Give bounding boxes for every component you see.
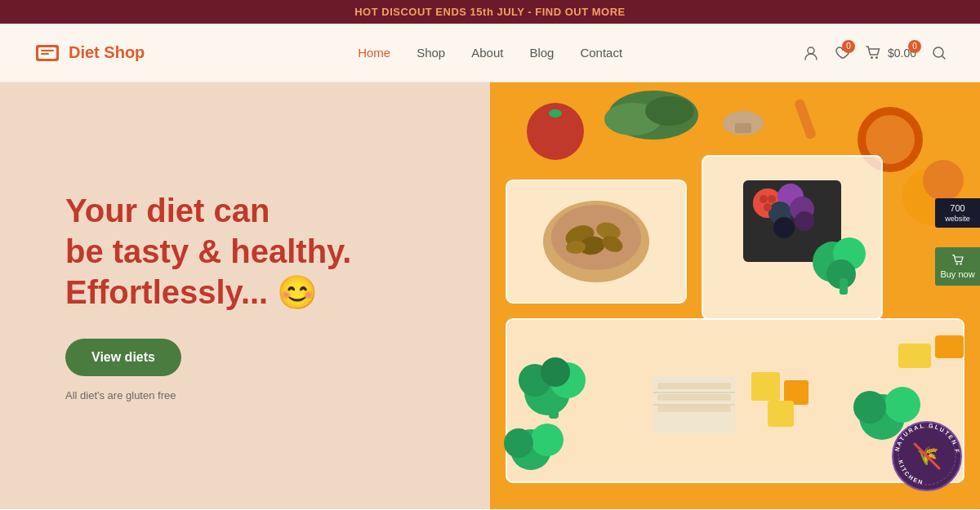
- svg-point-74: [956, 263, 957, 264]
- svg-rect-2: [41, 50, 54, 51]
- svg-point-65: [923, 160, 964, 201]
- svg-point-4: [808, 47, 814, 54]
- svg-rect-3: [41, 53, 49, 55]
- svg-point-62: [884, 387, 920, 423]
- svg-rect-42: [840, 278, 848, 295]
- svg-rect-58: [751, 372, 780, 401]
- svg-rect-54: [657, 394, 731, 401]
- svg-point-50: [531, 424, 564, 456]
- wishlist-button[interactable]: 0: [834, 45, 850, 61]
- svg-rect-55: [657, 406, 731, 412]
- view-diets-button[interactable]: View diets: [65, 339, 181, 376]
- nav-home[interactable]: Home: [358, 46, 390, 60]
- svg-point-38: [764, 203, 772, 211]
- svg-point-10: [549, 109, 562, 118]
- headline-line2: be tasty & healthy.: [65, 233, 351, 269]
- svg-point-36: [760, 195, 768, 203]
- nav-blog[interactable]: Blog: [529, 46, 554, 60]
- cart-icon: [951, 254, 964, 267]
- main-nav: Home Shop About Blog Contact: [358, 46, 622, 60]
- svg-point-6: [875, 56, 878, 59]
- headline-line1: Your diet can: [65, 193, 270, 228]
- widget-700: 700 website: [935, 198, 980, 228]
- nav-about[interactable]: About: [471, 46, 503, 60]
- wishlist-badge: 0: [842, 40, 855, 53]
- widget-buy[interactable]: Buy now: [935, 247, 980, 286]
- svg-rect-67: [935, 335, 964, 358]
- svg-rect-53: [657, 383, 731, 389]
- nav-shop[interactable]: Shop: [416, 46, 445, 60]
- svg-point-37: [768, 195, 776, 203]
- headline-line3: Effortlessly... 😊: [65, 274, 318, 310]
- hero-image: 🌾 NATURAL GLUTEN FREE KITCHEN 700 websit: [490, 82, 980, 509]
- svg-point-47: [541, 357, 570, 387]
- gluten-badge: 🌾 NATURAL GLUTEN FREE KITCHEN: [890, 419, 964, 493]
- svg-point-35: [795, 211, 814, 231]
- account-button[interactable]: [803, 45, 819, 61]
- logo-icon: [33, 38, 62, 68]
- svg-point-51: [504, 428, 533, 458]
- svg-point-13: [645, 96, 694, 126]
- top-banner[interactable]: HOT DISCOUT ENDS 15th JULY - FIND OUT MO…: [0, 0, 980, 24]
- svg-point-34: [773, 217, 795, 238]
- cart-badge: 0: [908, 40, 921, 53]
- nav-contact[interactable]: Contact: [580, 46, 622, 60]
- header-actions: 0 0 $0.00: [803, 45, 947, 61]
- hero-headline: Your diet can be tasty & healthy. Effort…: [65, 190, 441, 313]
- search-button[interactable]: [931, 45, 947, 61]
- svg-rect-48: [549, 401, 559, 419]
- svg-rect-66: [898, 344, 931, 368]
- svg-point-75: [960, 263, 961, 264]
- header: Diet Shop Home Shop About Blog Contact 0: [0, 24, 980, 82]
- hero-left: Your diet can be tasty & healthy. Effort…: [0, 82, 490, 509]
- svg-point-5: [871, 56, 873, 59]
- gluten-free-text: All diet's are gluten free: [65, 389, 441, 401]
- logo-area: Diet Shop: [33, 38, 145, 68]
- logo-text: Diet Shop: [69, 43, 145, 62]
- svg-rect-15: [735, 123, 751, 133]
- svg-rect-60: [768, 401, 794, 427]
- banner-text: HOT DISCOUT ENDS 15th JULY - FIND OUT MO…: [354, 6, 626, 18]
- svg-point-63: [853, 391, 886, 424]
- cart-button[interactable]: 0 $0.00: [865, 45, 916, 61]
- hero-right: 🌾 NATURAL GLUTEN FREE KITCHEN 700 websit: [490, 82, 980, 509]
- hero-section: Your diet can be tasty & healthy. Effort…: [0, 82, 980, 509]
